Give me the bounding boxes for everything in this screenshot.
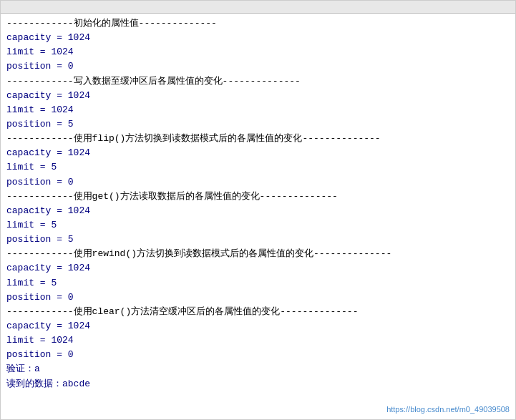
terminal-line: capacity = 1024 xyxy=(6,204,510,218)
terminal-line: capacity = 1024 xyxy=(6,319,510,333)
terminal-line: limit = 1024 xyxy=(6,45,510,59)
terminal-line: position = 0 xyxy=(6,59,510,74)
terminal-line: position = 5 xyxy=(6,233,510,247)
terminal-line: ------------写入数据至缓冲区后各属性值的变化------------… xyxy=(6,74,510,89)
terminal-line: capacity = 1024 xyxy=(6,146,510,160)
terminal-container: ------------初始化的属性值--------------capacit… xyxy=(0,0,516,420)
terminal-line: capacity = 1024 xyxy=(6,89,510,103)
terminal-line: limit = 1024 xyxy=(6,333,510,348)
terminal-content: ------------初始化的属性值--------------capacit… xyxy=(1,14,515,394)
terminal-line: position = 0 xyxy=(6,348,510,362)
terminal-line: limit = 5 xyxy=(6,218,510,233)
terminal-line: ------------使用flip()方法切换到读数据模式后的各属性值的变化-… xyxy=(6,132,510,146)
terminal-line: position = 0 xyxy=(6,290,510,305)
terminal-line: ------------使用get()方法读取数据后的各属性值的变化------… xyxy=(6,190,510,204)
terminal-line: position = 0 xyxy=(6,175,510,190)
terminal-line: limit = 5 xyxy=(6,160,510,175)
terminal-line: limit = 1024 xyxy=(6,103,510,117)
terminal-line: ------------使用clear()方法清空缓冲区后的各属性值的变化---… xyxy=(6,305,510,319)
terminal-line: ------------初始化的属性值-------------- xyxy=(6,16,510,31)
watermark-text: https://blog.csdn.net/m0_49039508 xyxy=(386,405,510,414)
terminal-line: capacity = 1024 xyxy=(6,261,510,275)
top-bar xyxy=(1,1,515,14)
terminal-line: capacity = 1024 xyxy=(6,31,510,45)
terminal-line: position = 5 xyxy=(6,117,510,132)
terminal-line: ------------使用rewind()方法切换到读数据模式后的各属性值的变… xyxy=(6,247,510,261)
terminal-line: limit = 5 xyxy=(6,276,510,290)
terminal-line: 读到的数据：abcde xyxy=(6,377,510,391)
terminal-line: 验证：a xyxy=(6,362,510,376)
